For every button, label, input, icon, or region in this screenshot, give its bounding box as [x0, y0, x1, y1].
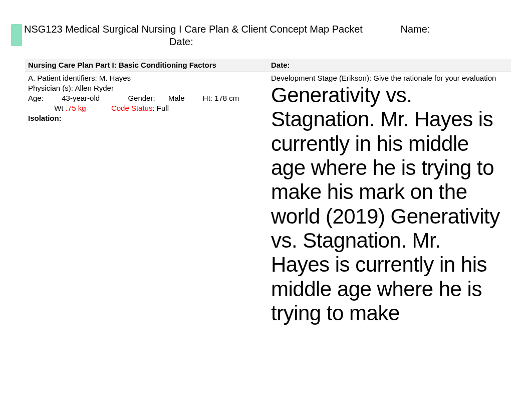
patient-id-value: M. Hayes — [99, 74, 131, 82]
isolation-label: Isolation: — [28, 114, 62, 122]
weight-value: .75 kg — [66, 104, 86, 112]
patient-id-label: A. Patient identifiers: — [28, 74, 97, 82]
height-label: Ht: — [203, 94, 212, 102]
name-field-label: Name: — [400, 24, 430, 35]
document-header: NSG123 Medical Surgical Nursing I Care P… — [24, 23, 515, 48]
gender-value: Male — [168, 94, 185, 102]
left-column-body: A. Patient identifiers: M. Hayes Physici… — [25, 72, 268, 329]
highlight-bar — [11, 24, 22, 46]
gender-label: Gender: — [128, 94, 155, 102]
left-column-header: Nursing Care Plan Part I: Basic Conditio… — [25, 59, 268, 72]
date-field-label: Date: — [24, 36, 515, 48]
age-label: Age: — [28, 94, 44, 102]
right-column-body: Development Stage (Erikson): Give the ra… — [268, 72, 511, 329]
care-plan-table: Nursing Care Plan Part I: Basic Conditio… — [25, 59, 511, 328]
physician-label: Physician (s): — [28, 84, 73, 92]
code-status-label: Code Status — [111, 104, 153, 112]
weight-label: Wt — [54, 104, 63, 112]
dev-stage-body-text: Generativity vs. Stagnation. Mr. Hayes i… — [271, 83, 508, 325]
dev-stage-label: Development Stage (Erikson): Give the ra… — [271, 73, 508, 83]
code-status-value: : Full — [152, 104, 169, 112]
course-title: NSG123 Medical Surgical Nursing I Care P… — [24, 24, 363, 35]
age-value: 43-year-old — [62, 94, 100, 102]
page-cutoff-mask — [0, 375, 532, 412]
physician-value: Allen Ryder — [75, 84, 114, 92]
height-value: 178 cm — [214, 94, 239, 102]
right-column-header: Date: — [268, 59, 511, 72]
